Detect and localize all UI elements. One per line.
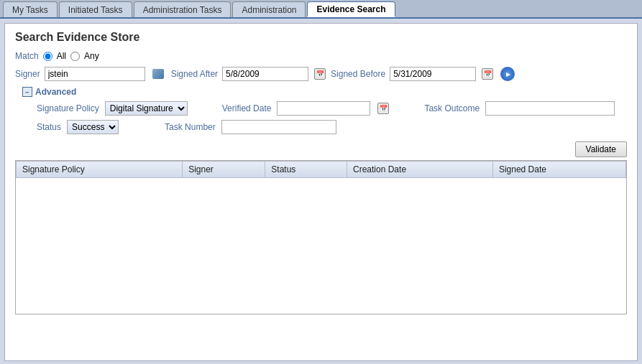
signer-input[interactable]: [45, 67, 145, 81]
tab-bar: My Tasks Initiated Tasks Administration …: [0, 0, 642, 19]
page-title: Search Evidence Store: [15, 31, 627, 44]
signed-after-cal-icon[interactable]: 📅: [313, 67, 326, 80]
signed-before-cal-icon[interactable]: 📅: [481, 67, 494, 80]
col-signed-date: Signed Date: [492, 162, 625, 178]
status-select[interactable]: Success Failure Any: [67, 120, 119, 134]
search-play-button[interactable]: [500, 67, 515, 81]
signer-label: Signer: [15, 69, 40, 79]
task-number-label: Task Number: [165, 122, 216, 132]
advanced-row-1: Signature Policy Digital Signature XML S…: [37, 101, 627, 116]
tab-administration-tasks[interactable]: Administration Tasks: [134, 1, 231, 17]
col-signature-policy: Signature Policy: [17, 162, 183, 178]
signer-icon: [152, 69, 164, 79]
results-table: Signature Policy Signer Status Creation …: [16, 161, 626, 307]
radio-all[interactable]: [43, 52, 52, 61]
advanced-section: − Advanced Signature Policy Digital Sign…: [22, 87, 627, 134]
signer-row: Signer Signed After 📅 Signed Before 📅: [15, 67, 627, 81]
signed-before-label: Signed Before: [331, 69, 385, 79]
tab-initiated-tasks[interactable]: Initiated Tasks: [59, 1, 132, 17]
signature-policy-label: Signature Policy: [37, 103, 99, 113]
validate-button[interactable]: Validate: [575, 141, 627, 157]
expand-icon: −: [22, 87, 32, 97]
verified-date-input[interactable]: [277, 101, 370, 116]
verified-date-label: Verified Date: [222, 103, 272, 113]
results-section: Validate Signature Policy Signer Status …: [15, 141, 627, 314]
advanced-fields: Signature Policy Digital Signature XML S…: [37, 101, 627, 134]
status-label: Status: [37, 122, 61, 132]
main-content: Search Evidence Store Match All Any Sign…: [4, 23, 638, 361]
tab-evidence-search[interactable]: Evidence Search: [307, 1, 395, 17]
results-table-container: Signature Policy Signer Status Creation …: [15, 160, 627, 314]
radio-group-match: All Any: [43, 51, 99, 61]
signed-after-input[interactable]: [222, 67, 308, 81]
task-outcome-input[interactable]: [485, 101, 615, 116]
any-label: Any: [84, 51, 99, 61]
table-empty-row: [17, 178, 626, 307]
advanced-label: Advanced: [35, 87, 76, 97]
advanced-toggle[interactable]: − Advanced: [22, 87, 627, 97]
tab-administration[interactable]: Administration: [232, 1, 306, 17]
col-signer: Signer: [183, 162, 265, 178]
verified-date-cal-icon[interactable]: 📅: [377, 102, 390, 115]
signed-before-input[interactable]: [390, 67, 476, 81]
task-outcome-label: Task Outcome: [424, 103, 480, 113]
advanced-row-2: Status Success Failure Any Task Number: [37, 120, 627, 134]
match-label: Match: [15, 51, 39, 61]
signature-policy-select[interactable]: Digital Signature XML Signature Any: [105, 101, 188, 116]
validate-row: Validate: [15, 141, 627, 157]
radio-any[interactable]: [70, 52, 80, 61]
signed-after-label: Signed After: [171, 69, 218, 79]
all-label: All: [57, 51, 66, 61]
task-number-input[interactable]: [221, 120, 336, 134]
col-creation-date: Creation Date: [347, 162, 493, 178]
match-row: Match All Any: [15, 51, 627, 61]
tab-my-tasks[interactable]: My Tasks: [3, 1, 58, 17]
col-status: Status: [265, 162, 347, 178]
